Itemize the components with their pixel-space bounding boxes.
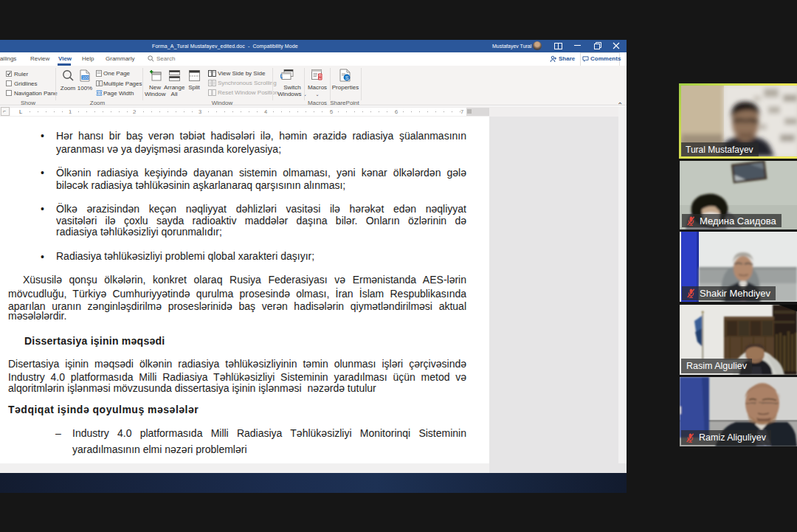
svg-text:S: S	[345, 75, 349, 80]
svg-text:100: 100	[82, 75, 89, 80]
